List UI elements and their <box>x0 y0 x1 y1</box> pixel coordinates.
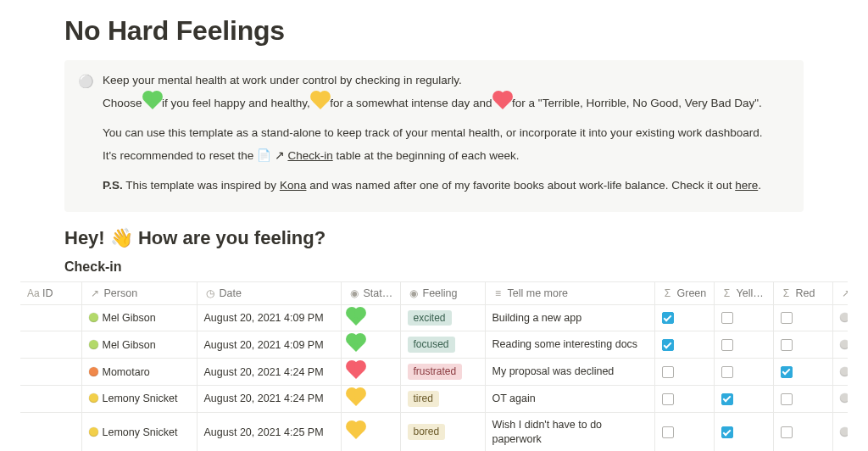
col-green-label: Green <box>677 287 707 299</box>
cell-person[interactable]: Momotaro <box>81 359 197 386</box>
table-row[interactable]: Lemony SnicketAugust 20, 2021 4:24 PMtir… <box>20 386 848 413</box>
red-checkbox[interactable] <box>781 366 793 378</box>
col-red[interactable]: ΣRed <box>773 281 832 304</box>
cell-yellow[interactable] <box>714 412 773 451</box>
callout-icon: ⚪ <box>78 72 94 200</box>
callout-line5d: . <box>758 179 761 192</box>
cell-red[interactable] <box>773 304 832 331</box>
cell-person[interactable]: Mel Gibson <box>81 304 197 331</box>
cell-team[interactable]: Fruity <box>832 331 848 359</box>
kona-link[interactable]: Kona <box>280 179 307 192</box>
cell-person[interactable]: Lemony Snicket <box>81 412 197 451</box>
checkin-link[interactable]: Check-in <box>287 149 332 162</box>
cell-green[interactable] <box>654 412 714 451</box>
cell-red[interactable] <box>773 359 832 386</box>
heart-yellow-icon <box>348 389 364 406</box>
cell-person[interactable]: Lemony Snicket <box>81 386 197 413</box>
col-yellow[interactable]: ΣYellow <box>714 281 773 304</box>
cell-date[interactable]: August 20, 2021 4:24 PM <box>197 386 341 413</box>
heart-green-icon <box>348 335 364 352</box>
feeling-tag: focused <box>408 337 455 353</box>
col-tellme[interactable]: ≡Tell me more <box>485 281 654 304</box>
yellow-checkbox[interactable] <box>721 393 733 405</box>
cell-red[interactable] <box>773 331 832 359</box>
cell-tellme[interactable]: OT again <box>485 386 654 413</box>
red-checkbox[interactable] <box>781 393 793 405</box>
yellow-checkbox[interactable] <box>721 366 733 378</box>
cell-feeling[interactable]: bored <box>400 412 485 451</box>
cell-tellme[interactable]: My proposal was declined <box>485 359 654 386</box>
yellow-checkbox[interactable] <box>721 312 733 324</box>
cell-tellme[interactable]: Wish I didn't have to do paperwork <box>485 412 654 451</box>
cell-team[interactable]: Fruity <box>832 412 848 451</box>
cell-green[interactable] <box>654 386 714 413</box>
team-dot-icon <box>840 393 849 403</box>
cell-green[interactable] <box>654 331 714 359</box>
cell-green[interactable] <box>654 359 714 386</box>
table-row[interactable]: Mel GibsonAugust 20, 2021 4:09 PMfocused… <box>20 331 848 359</box>
cell-feeling[interactable]: excited <box>400 304 485 331</box>
green-checkbox[interactable] <box>662 426 674 438</box>
cell-date[interactable]: August 20, 2021 4:09 PM <box>197 304 341 331</box>
cell-tellme[interactable]: Building a new app <box>485 304 654 331</box>
cell-id[interactable] <box>20 331 81 359</box>
col-id[interactable]: AaID <box>20 281 81 304</box>
formula-icon: Σ <box>781 287 793 299</box>
col-feeling[interactable]: ◉Feeling <box>400 281 485 304</box>
cell-status[interactable] <box>341 331 400 359</box>
page-title: No Hard Feelings <box>20 0 848 60</box>
callout-line5c: and was named after one of my favorite b… <box>306 179 735 192</box>
heart-yellow-icon <box>348 422 364 439</box>
cell-id[interactable] <box>20 359 81 386</box>
yellow-checkbox[interactable] <box>721 339 733 351</box>
cell-date[interactable]: August 20, 2021 4:24 PM <box>197 359 341 386</box>
cell-feeling[interactable]: focused <box>400 331 485 359</box>
red-checkbox[interactable] <box>781 339 793 351</box>
table-row[interactable]: MomotaroAugust 20, 2021 4:24 PMfrustrate… <box>20 359 848 386</box>
cell-team[interactable]: Fruity <box>832 304 848 331</box>
cell-date[interactable]: August 20, 2021 4:25 PM <box>197 412 341 451</box>
cell-id[interactable] <box>20 304 81 331</box>
cell-id[interactable] <box>20 412 81 451</box>
cell-team[interactable]: Fruity <box>832 386 848 413</box>
green-checkbox[interactable] <box>662 339 674 351</box>
cell-yellow[interactable] <box>714 304 773 331</box>
cell-green[interactable] <box>654 304 714 331</box>
cell-red[interactable] <box>773 386 832 413</box>
cell-status[interactable] <box>341 386 400 413</box>
cell-feeling[interactable]: tired <box>400 386 485 413</box>
cell-status[interactable] <box>341 412 400 451</box>
table-row[interactable]: Mel GibsonAugust 20, 2021 4:09 PMexcited… <box>20 304 848 331</box>
cell-date[interactable]: August 20, 2021 4:09 PM <box>197 331 341 359</box>
cell-id[interactable] <box>20 386 81 413</box>
cell-yellow[interactable] <box>714 359 773 386</box>
team-dot-icon <box>840 367 849 376</box>
cell-yellow[interactable] <box>714 331 773 359</box>
cell-red[interactable] <box>773 412 832 451</box>
green-checkbox[interactable] <box>662 393 674 405</box>
cell-yellow[interactable] <box>714 386 773 413</box>
col-person[interactable]: ↗Person <box>81 281 197 304</box>
person-dot-icon <box>89 367 98 376</box>
cell-status[interactable] <box>341 304 400 331</box>
cell-feeling[interactable]: frustrated <box>400 359 485 386</box>
callout-line5b: This template was inspired by <box>123 179 280 192</box>
col-team[interactable]: ↗Team <box>832 281 848 304</box>
relation-icon: ↗ <box>89 287 101 299</box>
cell-tellme[interactable]: Reading some interesting docs <box>485 331 654 359</box>
team-dot-icon <box>840 427 849 437</box>
red-checkbox[interactable] <box>781 426 793 438</box>
cell-status[interactable] <box>341 359 400 386</box>
col-green[interactable]: ΣGreen <box>654 281 714 304</box>
col-status[interactable]: ◉Status <box>341 281 400 304</box>
col-date-label: Date <box>220 287 242 299</box>
green-checkbox[interactable] <box>662 366 674 378</box>
red-checkbox[interactable] <box>781 312 793 324</box>
table-row[interactable]: Lemony SnicketAugust 20, 2021 4:25 PMbor… <box>20 412 848 451</box>
cell-person[interactable]: Mel Gibson <box>81 331 197 359</box>
yellow-checkbox[interactable] <box>721 426 733 438</box>
green-checkbox[interactable] <box>662 312 674 324</box>
col-date[interactable]: ◷Date <box>197 281 341 304</box>
here-link[interactable]: here <box>735 179 758 192</box>
cell-team[interactable]: Fruity <box>832 359 848 386</box>
